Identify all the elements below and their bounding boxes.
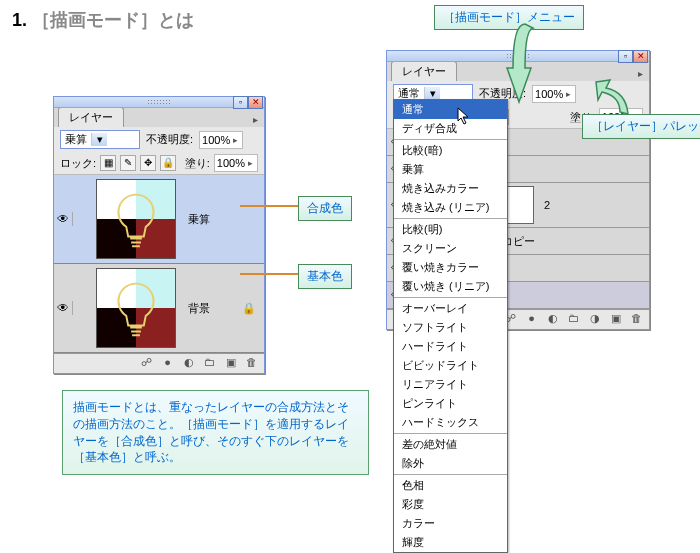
lock-label: ロック: — [60, 156, 96, 171]
fill-value: 100% — [217, 157, 245, 169]
blend-mode-menu-item[interactable]: 比較(明) — [394, 220, 507, 239]
trash-icon[interactable]: 🗑 — [628, 312, 645, 327]
blend-mode-value: 乗算 — [65, 132, 87, 147]
callout-composite-color: 合成色 — [298, 196, 352, 221]
palette-footer: ☍ ● ◐ 🗀 ▣ 🗑 — [54, 353, 264, 373]
adjustment-icon[interactable]: ◑ — [586, 312, 603, 327]
blend-mode-menu-item[interactable]: リニアライト — [394, 375, 507, 394]
lock-position-icon[interactable]: ✥ — [140, 155, 156, 171]
blend-mode-menu-item[interactable]: 乗算 — [394, 160, 507, 179]
chevron-right-icon: ▸ — [245, 158, 255, 168]
chevron-down-icon: ▾ — [91, 133, 107, 146]
blend-mode-menu-item[interactable]: ピンライト — [394, 394, 507, 413]
page-heading: 1. ［描画モード］とは — [12, 8, 194, 32]
new-layer-icon[interactable]: ▣ — [222, 356, 239, 371]
grip-icon[interactable] — [147, 99, 171, 104]
lock-all-icon[interactable]: 🔒 — [160, 155, 176, 171]
blend-mode-select[interactable]: 乗算 ▾ — [60, 130, 140, 149]
visibility-icon[interactable]: 👁 — [54, 301, 73, 315]
folder-icon[interactable]: 🗀 — [565, 312, 582, 327]
callout-arrow-icon — [592, 78, 640, 120]
opacity-value: 100% — [202, 134, 230, 146]
blend-mode-menu-item[interactable]: 覆い焼きカラー — [394, 258, 507, 277]
layer-name[interactable]: 乗算 — [180, 212, 264, 227]
fill-label: 塗り: — [185, 156, 210, 171]
heading-number: 1. — [12, 10, 27, 30]
callout-line — [240, 205, 298, 207]
blend-mode-menu-item[interactable]: 色相 — [394, 476, 507, 495]
layers-list: 👁 乗算 👁 背景 🔒 — [54, 175, 264, 353]
lock-image-icon[interactable]: ✎ — [120, 155, 136, 171]
minimize-icon[interactable]: ▫ — [233, 96, 248, 109]
close-icon[interactable]: ✕ — [248, 96, 263, 109]
blend-mode-menu-item[interactable]: ディザ合成 — [394, 119, 507, 138]
tab-layers[interactable]: レイヤー — [391, 61, 457, 81]
blend-mode-menu-item[interactable]: 彩度 — [394, 495, 507, 514]
layer-row[interactable]: 👁 背景 🔒 — [54, 264, 264, 353]
callout-base-color: 基本色 — [298, 264, 352, 289]
heading-text: ［描画モード］とは — [32, 10, 194, 30]
blend-mode-menu-item[interactable]: ソフトライト — [394, 318, 507, 337]
lock-transparency-icon[interactable]: ▦ — [100, 155, 116, 171]
lock-row: ロック: ▦ ✎ ✥ 🔒 塗り: 100% ▸ — [54, 152, 264, 175]
mask-icon[interactable]: ◐ — [180, 356, 197, 371]
fx-icon[interactable]: ● — [159, 356, 176, 371]
folder-icon[interactable]: 🗀 — [201, 356, 218, 371]
blend-mode-menu-item[interactable]: ビビッドライト — [394, 356, 507, 375]
blend-mode-menu-item[interactable]: オーバーレイ — [394, 299, 507, 318]
mouse-cursor-icon — [457, 107, 471, 125]
opacity-field[interactable]: 100% ▸ — [199, 131, 243, 149]
new-layer-icon[interactable]: ▣ — [607, 312, 624, 327]
description-text: 描画モードとは、重なったレイヤーの合成方法とその描画方法のこと。［描画モード］を… — [73, 400, 349, 464]
callout-arrow-icon — [505, 22, 547, 117]
blend-mode-menu-item[interactable]: 比較(暗) — [394, 141, 507, 160]
layer-name[interactable]: 背景 — [180, 301, 242, 316]
layers-palette-left: ▫ ✕ レイヤー ▸ 乗算 ▾ 不透明度: 100% ▸ ロック: ▦ ✎ ✥ … — [53, 96, 265, 374]
blend-mode-menu[interactable]: 通常ディザ合成比較(暗)乗算焼き込みカラー焼き込み (リニア)比較(明)スクリー… — [393, 99, 508, 553]
palette-titlebar[interactable]: ▫ ✕ — [54, 97, 264, 108]
opacity-label: 不透明度: — [146, 132, 193, 147]
blend-mode-row: 乗算 ▾ 不透明度: 100% ▸ — [54, 127, 264, 152]
blend-mode-menu-item[interactable]: 焼き込みカラー — [394, 179, 507, 198]
blend-mode-menu-item[interactable]: 焼き込み (リニア) — [394, 198, 507, 217]
blend-mode-menu-item[interactable]: ハードライト — [394, 337, 507, 356]
fill-field[interactable]: 100% ▸ — [214, 154, 258, 172]
minimize-icon[interactable]: ▫ — [618, 50, 633, 63]
trash-icon[interactable]: 🗑 — [243, 356, 260, 371]
blend-mode-menu-item[interactable]: 除外 — [394, 454, 507, 473]
layer-thumbnail[interactable] — [96, 268, 176, 348]
close-icon[interactable]: ✕ — [633, 50, 648, 63]
chevron-right-icon: ▸ — [230, 135, 240, 145]
blend-mode-menu-item[interactable]: 通常 — [394, 100, 507, 119]
blend-mode-menu-item[interactable]: 輝度 — [394, 533, 507, 552]
link-icon[interactable]: ☍ — [138, 356, 155, 371]
tab-layers[interactable]: レイヤー — [58, 107, 124, 127]
blend-mode-menu-item[interactable]: 差の絶対値 — [394, 435, 507, 454]
blend-mode-menu-item[interactable]: 覆い焼き (リニア) — [394, 277, 507, 296]
layer-thumbnail[interactable] — [96, 179, 176, 259]
fx-icon[interactable]: ● — [523, 312, 540, 327]
visibility-icon[interactable]: 👁 — [54, 212, 73, 226]
callout-line — [240, 273, 298, 275]
lock-icon: 🔒 — [242, 302, 264, 315]
layer-name[interactable]: 2 — [536, 199, 649, 211]
description-box: 描画モードとは、重なったレイヤーの合成方法とその描画方法のこと。［描画モード］を… — [62, 390, 369, 475]
chevron-right-icon: ▸ — [563, 89, 573, 99]
mask-icon[interactable]: ◐ — [544, 312, 561, 327]
blend-mode-menu-item[interactable]: ハードミックス — [394, 413, 507, 432]
blend-mode-menu-item[interactable]: スクリーン — [394, 239, 507, 258]
blend-mode-menu-item[interactable]: カラー — [394, 514, 507, 533]
tab-row: レイヤー ▸ — [54, 108, 264, 127]
flyout-menu-icon[interactable]: ▸ — [247, 112, 264, 127]
lock-icons: ▦ ✎ ✥ 🔒 — [100, 155, 177, 171]
layer-row[interactable]: 👁 乗算 — [54, 175, 264, 264]
